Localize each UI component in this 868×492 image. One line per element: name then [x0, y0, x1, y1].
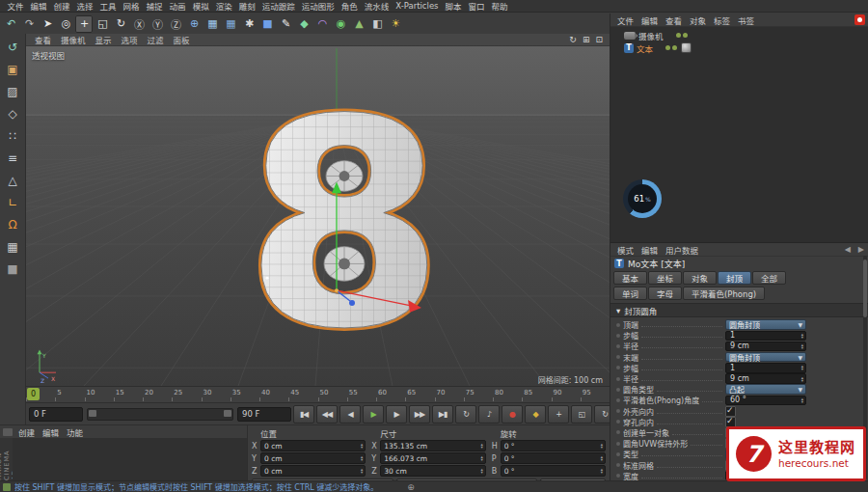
- lock-icon[interactable]: ■: [4, 260, 22, 278]
- add-environment-icon[interactable]: ▲: [350, 15, 367, 33]
- attribute-tab[interactable]: 平滑着色(Phong): [683, 287, 765, 300]
- rotation-b-field[interactable]: 0 °▴▾: [501, 465, 606, 477]
- menubar-item[interactable]: 文件: [4, 0, 27, 12]
- polygons-mode-icon[interactable]: △: [4, 172, 22, 189]
- y-axis-toggle[interactable]: Ⓨ: [149, 15, 166, 33]
- rotation-h-field[interactable]: 0 °▴▾: [501, 440, 606, 451]
- attribute-tab[interactable]: 字母: [648, 287, 682, 300]
- next-frame-button[interactable]: ▶: [386, 405, 407, 424]
- object-manager-menu-item[interactable]: 书签: [734, 14, 758, 26]
- workplane-snap-icon[interactable]: ▦: [4, 238, 22, 256]
- menubar-item[interactable]: 工具: [96, 0, 120, 12]
- record-button[interactable]: ●: [502, 405, 523, 424]
- object-manager-menu-item[interactable]: 标签: [710, 14, 734, 26]
- attribute-dropdown[interactable]: 凸起▼: [725, 384, 806, 395]
- frame-range-slider[interactable]: [87, 408, 233, 421]
- rotation-p-field[interactable]: 0 °▴▾: [501, 452, 606, 464]
- viewport-svg[interactable]: 8 8 8 8: [26, 46, 610, 386]
- add-deformer-icon[interactable]: ◠: [313, 15, 331, 33]
- keyframe-dot[interactable]: [616, 355, 620, 359]
- menubar-item[interactable]: 雕刻: [235, 0, 258, 12]
- axis-gizmo-origin[interactable]: [335, 288, 339, 292]
- keyframe-dot[interactable]: [616, 442, 620, 446]
- render-visibility-dot[interactable]: [672, 45, 677, 50]
- workplane-mode-icon[interactable]: ◇: [4, 105, 22, 123]
- model-mode-icon[interactable]: ▣: [4, 61, 22, 78]
- z-axis-toggle[interactable]: Ⓩ: [167, 15, 184, 33]
- redo-icon[interactable]: ↷: [20, 15, 38, 33]
- autokey-button[interactable]: ◆: [525, 405, 546, 424]
- keyframe-dot[interactable]: [616, 388, 620, 392]
- text-object-mesh[interactable]: 8 8 8 8: [244, 58, 446, 386]
- current-frame-marker[interactable]: 0: [27, 388, 40, 400]
- viewport-quad-icon[interactable]: ⊞: [580, 35, 593, 44]
- viewport-canvas[interactable]: 8 8 8 8: [26, 46, 610, 386]
- object-manager-menu-item[interactable]: 编辑: [637, 14, 662, 26]
- menubar-item[interactable]: 模拟: [189, 0, 212, 12]
- previous-frame-button[interactable]: ◀: [339, 405, 361, 424]
- attribute-menu-item[interactable]: 编辑: [637, 244, 662, 256]
- viewport-menu-item[interactable]: 显示: [91, 34, 117, 45]
- attribute-tab[interactable]: 坐标: [648, 271, 682, 285]
- object-manager-menu-item[interactable]: 文件: [613, 14, 637, 26]
- render-view-icon[interactable]: ▦: [203, 15, 221, 33]
- menubar-item[interactable]: 网格: [120, 0, 143, 12]
- coordinate-system-icon[interactable]: ⊕: [185, 15, 203, 33]
- scale-tool-icon[interactable]: ◱: [94, 15, 111, 33]
- render-visibility-dot[interactable]: [683, 33, 688, 38]
- menubar-item[interactable]: 编辑: [27, 0, 50, 12]
- snap-icon[interactable]: Ω: [4, 216, 22, 233]
- keyframe-dot[interactable]: [616, 463, 620, 467]
- menubar-item[interactable]: 捕捉: [143, 0, 166, 12]
- menubar-item[interactable]: 创建: [50, 0, 73, 12]
- x-axis-toggle[interactable]: Ⓧ: [130, 15, 148, 33]
- size-x-field[interactable]: 135.135 cm▴▾: [380, 440, 485, 451]
- attribute-number-field[interactable]: 1▴▾: [725, 331, 806, 342]
- select-tool-icon[interactable]: ➤: [39, 15, 56, 33]
- attribute-tab[interactable]: 全部: [752, 271, 786, 285]
- attribute-number-field[interactable]: 9 cm▴▾: [725, 373, 806, 384]
- render-picture-viewer-icon[interactable]: ▦: [222, 15, 239, 33]
- add-light-icon[interactable]: ☀: [387, 15, 404, 33]
- caps-section-header[interactable]: ▾封顶圆角: [610, 303, 868, 317]
- menubar-item[interactable]: X-Particles: [393, 1, 442, 11]
- keyframe-dot[interactable]: [616, 323, 620, 327]
- sound-button[interactable]: ♪: [478, 405, 500, 424]
- history-back-icon[interactable]: ◀: [841, 245, 854, 254]
- undo-icon[interactable]: ↶: [2, 15, 19, 33]
- attribute-tab[interactable]: 封顶: [718, 271, 751, 285]
- history-forward-icon[interactable]: ▶: [854, 245, 868, 254]
- object-row-text[interactable]: T 文本: [610, 41, 868, 54]
- phong-tag-icon[interactable]: [681, 42, 692, 53]
- go-to-start-button[interactable]: ▮◀: [293, 405, 314, 424]
- material-menu-item[interactable]: 编辑: [39, 426, 63, 438]
- menubar-item[interactable]: 动画: [166, 0, 189, 12]
- points-mode-icon[interactable]: ∷: [4, 127, 22, 145]
- material-list-area[interactable]: [13, 438, 247, 480]
- add-subdivision-icon[interactable]: ◆: [295, 15, 312, 33]
- menubar-item[interactable]: 窗口: [465, 0, 488, 12]
- keyframe-dot[interactable]: [616, 398, 620, 402]
- keyframe-dot[interactable]: [616, 344, 620, 348]
- loop-button[interactable]: ↻: [455, 405, 476, 424]
- view-label[interactable]: 透视视图: [32, 49, 65, 61]
- material-menu-item[interactable]: 创建: [14, 426, 39, 438]
- range-end-handle[interactable]: [224, 410, 231, 417]
- editor-visibility-dot[interactable]: [676, 33, 681, 38]
- keyframe-dot[interactable]: [616, 430, 620, 434]
- live-selection-icon[interactable]: ◎: [57, 15, 74, 33]
- keyframe-dot[interactable]: [616, 366, 620, 369]
- menubar-item[interactable]: 脚本: [442, 0, 465, 12]
- start-frame-field[interactable]: 0 F: [29, 407, 83, 422]
- attribute-tab[interactable]: 对象: [683, 271, 717, 285]
- record-position-button[interactable]: +: [548, 405, 569, 424]
- object-manager-menu-item[interactable]: 查看: [662, 14, 686, 26]
- keyframe-dot[interactable]: [616, 452, 620, 456]
- attribute-number-field[interactable]: 60 °▴▾: [725, 396, 806, 406]
- object-row-camera[interactable]: 摄像机: [610, 29, 868, 41]
- material-menu-item[interactable]: 功能: [63, 426, 87, 438]
- go-to-end-button[interactable]: ▶▮: [432, 405, 453, 424]
- object-name[interactable]: 摄像机: [638, 30, 664, 41]
- record-scale-button[interactable]: ◱: [571, 405, 592, 424]
- attribute-tab[interactable]: 单词: [613, 287, 647, 300]
